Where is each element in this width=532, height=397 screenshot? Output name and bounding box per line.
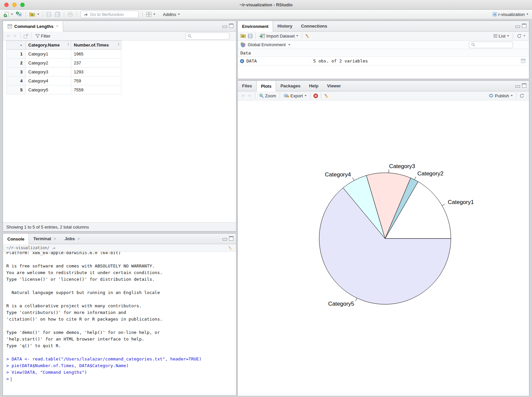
goto-file-input[interactable] [90,12,133,17]
save-all-icon [55,12,61,17]
next-plot-icon[interactable] [247,93,252,98]
save-workspace-icon[interactable] [248,34,253,39]
clear-console-broom-icon[interactable] [228,246,233,250]
environment-object-row[interactable]: DATA 5 obs. of 2 variables [238,57,529,65]
save-icon [46,12,52,17]
pie-label-tick [389,169,389,173]
column-header-category-name[interactable]: Category.Name ▲▼ [26,41,71,50]
table-cell: Category4 [26,76,71,85]
tab-console[interactable]: Console [3,234,29,244]
tab-packages[interactable]: Packages [276,81,305,91]
minimize-pane-button[interactable] [222,26,227,28]
open-new-window-icon[interactable] [23,34,29,39]
addins-button[interactable]: Addins [162,11,181,18]
tab-plots[interactable]: Plots [256,81,276,91]
save-button[interactable] [45,11,53,18]
search-icon [471,43,475,47]
pane-layout-button[interactable] [145,11,156,18]
search-icon [188,34,192,38]
tab-files[interactable]: Files [238,81,256,91]
close-tab-icon[interactable]: × [56,24,59,29]
object-name: DATA [246,58,257,63]
svg-text:R: R [19,13,21,16]
back-icon[interactable] [6,34,11,38]
load-workspace-icon[interactable] [240,34,246,38]
publish-button[interactable]: Publish [487,92,514,99]
close-tab-icon[interactable]: × [77,237,80,241]
console-output-line: R is free software and comes with ABSOLU… [6,263,236,269]
table-row[interactable]: 1Category11965 [6,50,121,58]
column-header-number-of-times[interactable]: Number.of.Times ▲▼ [71,41,121,50]
minimize-window-button[interactable] [12,3,17,7]
maximize-pane-button[interactable] [522,24,526,28]
goto-file-search[interactable] [80,11,139,18]
import-dataset-button[interactable]: Import Dataset [258,33,299,39]
open-file-button[interactable] [28,11,40,18]
filter-button[interactable]: Filter [34,33,52,39]
minimize-pane-button[interactable] [515,85,520,88]
console-output[interactable]: Platform: x86_64-apple-darwin15.6.0 (64-… [3,252,236,396]
list-view-button[interactable]: List [492,33,510,39]
tab-environment[interactable]: Environment [238,21,273,32]
table-row[interactable]: 4Category4759 [6,76,121,85]
new-project-button[interactable]: R [15,11,23,18]
console-output-line [6,283,236,289]
maximize-pane-button[interactable] [229,236,233,241]
expand-object-icon[interactable] [240,59,244,63]
refresh-icon [517,34,522,39]
table-row[interactable]: 2Category2237 [6,58,121,67]
clear-all-plots-broom-icon[interactable] [324,93,329,98]
environment-scope-icon [240,42,246,48]
clear-environment-broom-icon[interactable] [305,34,310,39]
remove-plot-icon[interactable] [313,93,318,98]
tab-jobs[interactable]: Jobs× [61,234,84,244]
tab-viewer[interactable]: Viewer [323,81,345,91]
project-menu-button[interactable]: R r-visualization [491,11,529,18]
environment-search[interactable] [469,42,513,48]
filter-funnel-icon [35,34,40,38]
pane-layout-icon [146,12,152,17]
environment-search-input[interactable] [477,43,510,47]
forward-icon[interactable] [12,34,18,38]
maximize-window-button[interactable] [20,3,25,7]
close-tab-icon[interactable]: × [54,237,56,241]
tab-label: Command Lengths [14,24,54,29]
table-cell: 1965 [71,50,121,58]
object-summary: 5 obs. of 2 variables [310,58,527,63]
export-icon [284,93,289,98]
console-output-line [6,256,236,263]
print-button[interactable] [66,11,74,18]
new-file-button[interactable] [3,11,14,18]
tab-command-lengths[interactable]: Command Lengths × [3,21,63,32]
table-cell: Category5 [26,85,71,94]
row-number-header[interactable]: ▲ [6,41,26,50]
import-dataset-label: Import Dataset [266,34,295,39]
pie-chart: Category1Category2Category3Category4Cate… [238,100,529,396]
table-row[interactable]: 3Category31293 [6,67,121,76]
table-row[interactable]: 5Category57559 [6,85,121,94]
goto-directory-icon[interactable] [52,246,56,250]
close-window-button[interactable] [4,3,9,7]
filter-label: Filter [41,34,51,39]
zoom-plot-button[interactable]: Zoom [258,93,277,99]
data-viewer-search-input[interactable] [194,34,227,38]
export-plot-button[interactable]: Export [283,93,308,99]
minimize-pane-button[interactable] [222,238,227,241]
maximize-pane-button[interactable] [522,83,526,88]
minimize-pane-button[interactable] [515,26,520,28]
data-viewer-search[interactable] [185,33,229,40]
tab-connections[interactable]: Connections [297,21,332,31]
console-input-line: > View(DATA, "Command Lengths") [6,369,236,376]
refresh-plot-icon[interactable] [519,93,524,98]
tab-help[interactable]: Help [305,81,323,91]
view-object-grid-icon[interactable] [521,58,526,63]
tab-history[interactable]: History [273,21,297,31]
refresh-environment-button[interactable] [516,33,526,39]
tab-terminal[interactable]: Terminal× [29,234,60,244]
console-pane: Console Terminal× Jobs× ~/r-visualizatio… [3,233,236,396]
save-all-button[interactable] [54,11,62,18]
environment-scope-label[interactable]: Global Environment [248,42,286,47]
maximize-pane-button[interactable] [229,24,233,28]
previous-plot-icon[interactable] [240,93,246,98]
table-cell: 759 [71,76,121,85]
